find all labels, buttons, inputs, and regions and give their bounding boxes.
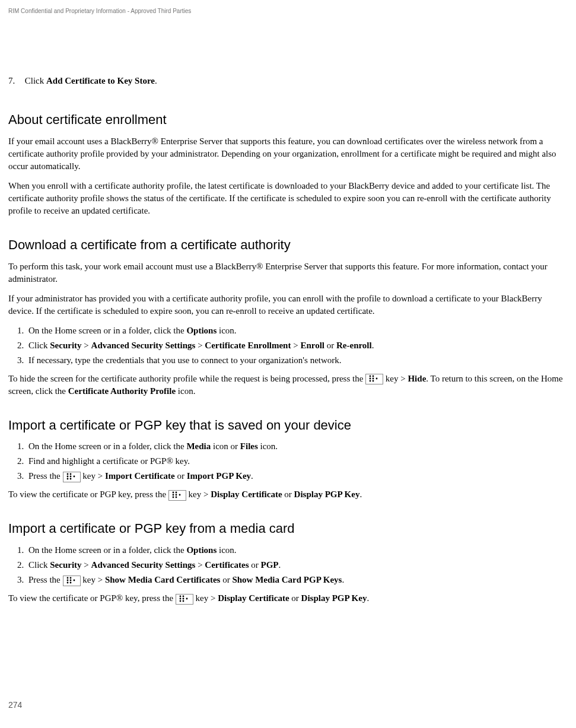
text: >	[195, 560, 205, 570]
prior-step-7: 7. Click Add Certificate to Key Store.	[8, 75, 568, 87]
svg-point-10	[69, 473, 71, 475]
svg-point-34	[186, 597, 187, 599]
svg-point-21	[66, 577, 68, 578]
list-item: Click Security > Advanced Security Setti…	[26, 559, 568, 571]
svg-point-26	[69, 581, 71, 583]
section-about-enrollment: About certificate enrollment If your ema…	[8, 111, 568, 217]
bold: Certificate Authority Profile	[68, 386, 176, 396]
svg-point-23	[66, 581, 68, 583]
svg-point-3	[373, 376, 374, 377]
svg-point-11	[69, 476, 71, 478]
text: or	[289, 593, 301, 603]
text: Press the	[28, 471, 63, 481]
svg-point-16	[172, 497, 174, 498]
text: .	[251, 471, 253, 481]
svg-point-25	[69, 579, 71, 581]
text: key >	[81, 575, 105, 584]
text: On the Home screen or in a folder, click…	[28, 545, 186, 555]
text: or	[249, 560, 260, 570]
text: icon or	[211, 441, 240, 451]
svg-point-20	[179, 494, 180, 496]
text: On the Home screen or in a folder, click…	[28, 326, 186, 335]
bold: PGP	[260, 560, 278, 570]
bold: Advanced Security Settings	[91, 341, 196, 350]
svg-point-22	[66, 579, 68, 581]
step-text-post: .	[155, 76, 157, 85]
text: Click	[28, 341, 50, 350]
svg-point-6	[376, 378, 378, 380]
steps-list: On the Home screen or in a folder, click…	[8, 544, 568, 586]
menu-key-icon	[176, 594, 193, 605]
svg-point-24	[69, 577, 71, 578]
bold: Show Media Card Certificates	[105, 575, 221, 584]
bold: Advanced Security Settings	[91, 560, 196, 570]
menu-key-icon	[63, 472, 81, 482]
svg-point-13	[73, 476, 75, 478]
text: To view the certificate or PGP® key, pre…	[8, 593, 176, 603]
menu-key-icon	[63, 576, 81, 586]
bold: Certificate Enrollment	[205, 341, 291, 350]
svg-point-31	[182, 595, 184, 597]
section-import-media-card: Import a certificate or PGP key from a m…	[8, 520, 568, 605]
text: key >	[193, 593, 218, 603]
list-item: Press the key > Import Certificate or Im…	[26, 470, 568, 482]
bold: Certificates	[205, 560, 249, 570]
svg-point-4	[373, 378, 374, 380]
bold: Security	[50, 560, 81, 570]
svg-point-14	[172, 492, 174, 494]
page-number: 274	[8, 700, 568, 711]
section-import-device: Import a certificate or PGP key that is …	[8, 417, 568, 501]
text: To hide the screen for the certificate a…	[8, 374, 365, 383]
text: key >	[383, 374, 408, 383]
bold: Options	[186, 545, 217, 555]
bold: Show Media Card PGP Keys	[232, 575, 342, 584]
text: >	[82, 341, 91, 350]
paragraph: To view the certificate or PGP® key, pre…	[8, 592, 568, 605]
svg-point-30	[179, 600, 181, 602]
svg-point-15	[172, 494, 174, 496]
confidential-header: RIM Confidential and Proprietary Informa…	[8, 7, 568, 15]
list-item: If necessary, type the credentials that …	[26, 354, 568, 367]
svg-point-9	[66, 478, 68, 480]
svg-point-19	[175, 497, 177, 498]
bold: Options	[186, 326, 217, 335]
text: or	[175, 471, 187, 481]
section-heading: Download a certificate from a certificat…	[8, 236, 568, 255]
svg-point-8	[66, 476, 68, 478]
text: or	[324, 341, 336, 350]
svg-point-5	[373, 380, 374, 382]
menu-key-icon	[168, 490, 186, 501]
svg-point-28	[179, 595, 181, 597]
svg-point-0	[370, 376, 371, 377]
paragraph: To perform this task, your work email ac…	[8, 260, 568, 285]
list-item: Press the key > Show Media Card Certific…	[26, 574, 568, 586]
steps-list: On the Home screen or in a folder, click…	[8, 440, 568, 482]
bold: Security	[50, 341, 81, 350]
svg-point-2	[370, 380, 371, 382]
text: On the Home screen or in a folder, click…	[28, 441, 186, 451]
text: .	[367, 593, 369, 603]
bold: Re-enroll	[336, 341, 372, 350]
step-text-bold: Add Certificate to Key Store	[46, 76, 155, 85]
text: .	[342, 575, 344, 584]
text: icon.	[176, 386, 195, 396]
paragraph: When you enroll with a certificate autho…	[8, 180, 568, 217]
bold: Hide	[408, 374, 426, 383]
list-item: On the Home screen or in a folder, click…	[26, 544, 568, 557]
svg-point-7	[66, 473, 68, 475]
list-item: Click Security > Advanced Security Setti…	[26, 339, 568, 352]
text: To view the certificate or PGP key, pres…	[8, 489, 168, 499]
text: key >	[81, 471, 105, 481]
paragraph: To hide the screen for the certificate a…	[8, 373, 568, 398]
bold: Enroll	[300, 341, 324, 350]
bold: Display Certificate	[211, 489, 282, 499]
svg-point-17	[175, 492, 177, 494]
menu-key-icon	[365, 374, 383, 384]
text: or	[282, 489, 294, 499]
section-heading: Import a certificate or PGP key that is …	[8, 417, 568, 435]
bold: Import PGP Key	[187, 471, 251, 481]
bold: Display Certificate	[218, 593, 289, 603]
svg-point-18	[175, 494, 177, 496]
text: .	[278, 560, 281, 570]
text: >	[291, 341, 300, 350]
